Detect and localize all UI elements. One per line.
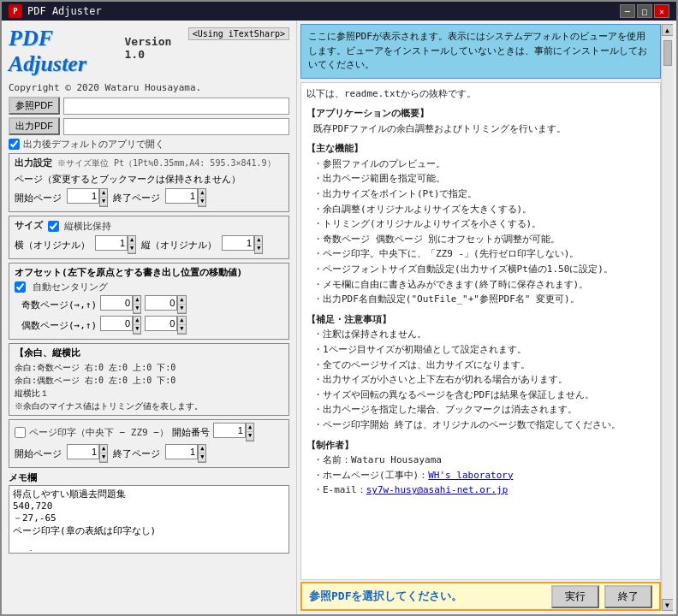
note-4: ・出力サイズが小さいと上下左右が切れる場合があります。: [313, 372, 655, 388]
width-up[interactable]: ▲: [128, 236, 135, 245]
open-after-output-checkbox[interactable]: [9, 139, 20, 150]
email-link[interactable]: sy7w-husy@asahi-net.or.jp: [366, 484, 508, 495]
odd-offset-row: 奇数ページ(→,↑) ▲ ▼ ▲ ▼: [15, 295, 283, 314]
even-offset-y-input[interactable]: [145, 316, 177, 331]
size-row: サイズ 縦横比保持: [15, 219, 283, 234]
height-spinner[interactable]: ▲ ▼: [222, 235, 263, 254]
memo-line-1: 540,720: [13, 500, 285, 512]
start-num-input[interactable]: [213, 423, 246, 438]
start-page-up[interactable]: ▲: [100, 189, 107, 198]
print-start-spinner[interactable]: ▲ ▼: [67, 444, 108, 463]
odd-offset-x-spinner[interactable]: ▲ ▼: [100, 295, 141, 314]
output-pdf-button[interactable]: 出力PDF: [9, 117, 60, 135]
width-arrows[interactable]: ▲ ▼: [128, 235, 136, 254]
height-up[interactable]: ▲: [255, 236, 262, 245]
output-pdf-row: 出力PDF: [9, 117, 289, 135]
even-offset-x-spinner[interactable]: ▲ ▼: [100, 316, 141, 335]
even-x-up[interactable]: ▲: [134, 317, 140, 325]
odd-x-up[interactable]: ▲: [134, 296, 140, 305]
right-content: ここに参照PDFが表示されます。表示にはシステムデフォルトのビューアを使用します…: [300, 24, 661, 611]
output-pdf-input[interactable]: [63, 118, 289, 135]
odd-y-down[interactable]: ▼: [178, 305, 185, 313]
end-button[interactable]: 終了: [604, 585, 652, 608]
even-x-down[interactable]: ▼: [134, 325, 140, 334]
start-num-arrows[interactable]: ▲ ▼: [246, 423, 254, 441]
print-start-up[interactable]: ▲: [100, 445, 107, 453]
right-inner: ここに参照PDFが表示されます。表示にはシステムデフォルトのビューアを使用します…: [300, 24, 673, 611]
memo-label: メモ欄: [9, 471, 289, 484]
content-area[interactable]: 以下は、readme.txtからの抜粋です。 【アプリケーションの概要】 既存P…: [300, 82, 661, 581]
note-7: ・ページ印字開始 終了は、オリジナルのページ数で指定してください。: [313, 418, 655, 433]
start-num-spinner[interactable]: ▲ ▼: [213, 423, 254, 441]
minimize-button[interactable]: ─: [620, 4, 635, 18]
odd-offset-y-input[interactable]: [145, 295, 177, 311]
open-after-output-label: 出力後デフォルトのアプリで開く: [23, 138, 164, 151]
start-page-down[interactable]: ▼: [100, 198, 107, 206]
feature-9: ・メモ欄に自由に書き込みができます(終了時に保存されます)。: [313, 277, 655, 293]
print-end-up[interactable]: ▲: [199, 445, 205, 453]
size-section: サイズ 縦横比保持 横（オリジナル） ▲ ▼ 縦（オリジナル） ▲: [9, 216, 289, 259]
width-down[interactable]: ▼: [128, 245, 135, 253]
execute-button[interactable]: 実行: [551, 585, 599, 608]
end-page-spinner[interactable]: ▲ ▼: [165, 188, 206, 207]
start-page-input[interactable]: [67, 188, 99, 204]
section-author-body: ・名前：Wataru Housayama ・ホームページ(工事中)：WH's l…: [306, 453, 655, 498]
start-num-up[interactable]: ▲: [247, 424, 253, 432]
ref-pdf-button[interactable]: 参照PDF: [9, 97, 60, 115]
odd-offset-y-arrows[interactable]: ▲ ▼: [177, 295, 186, 314]
start-num-down[interactable]: ▼: [247, 432, 253, 441]
memo-line-4: [13, 537, 285, 548]
scroll-track[interactable]: [663, 36, 673, 599]
height-down[interactable]: ▼: [255, 245, 262, 253]
print-end-arrows[interactable]: ▲ ▼: [198, 444, 206, 463]
maximize-button[interactable]: □: [637, 4, 652, 18]
page-stamp-label: ページ印字（中央下 − ZZ9 −）: [29, 426, 169, 439]
ref-pdf-input[interactable]: [63, 98, 289, 115]
print-end-spinner[interactable]: ▲ ▼: [165, 444, 206, 463]
height-input[interactable]: [222, 235, 254, 251]
even-y-up[interactable]: ▲: [178, 317, 185, 325]
end-page-down[interactable]: ▼: [199, 198, 205, 206]
window-controls[interactable]: ─ □ ✕: [620, 4, 669, 18]
even-y-down[interactable]: ▼: [178, 325, 185, 334]
odd-offset-y-spinner[interactable]: ▲ ▼: [145, 295, 186, 314]
feature-4: ・余白調整(オリジナルよりサイズを大きくする)。: [313, 202, 655, 217]
print-start-label: 開始ページ: [15, 447, 62, 460]
scroll-down-arrow[interactable]: ▼: [662, 599, 674, 611]
start-page-spinner[interactable]: ▲ ▼: [67, 188, 108, 207]
odd-offset-x-arrows[interactable]: ▲ ▼: [133, 295, 141, 314]
start-page-arrows[interactable]: ▲ ▼: [99, 188, 108, 207]
size-inputs-row: 横（オリジナル） ▲ ▼ 縦（オリジナル） ▲ ▼: [15, 235, 283, 254]
print-end-down[interactable]: ▼: [199, 453, 205, 462]
odd-x-down[interactable]: ▼: [134, 305, 140, 313]
print-start-down[interactable]: ▼: [100, 453, 107, 462]
memo-box[interactable]: 得点しやすい順過去問題集 540,720 －27,-65 ページ印字(章の表紙は…: [9, 485, 289, 554]
even-offset-y-spinner[interactable]: ▲ ▼: [145, 316, 186, 335]
even-offset-x-arrows[interactable]: ▲ ▼: [133, 316, 141, 335]
end-page-arrows[interactable]: ▲ ▼: [198, 188, 206, 207]
print-start-input[interactable]: [67, 444, 99, 459]
print-end-input[interactable]: [165, 444, 198, 459]
page-stamp-checkbox[interactable]: [15, 427, 26, 438]
even-offset-x-input[interactable]: [100, 316, 133, 331]
width-input[interactable]: [95, 235, 128, 251]
author-homepage: ・ホームページ(工事中)：WH's laboratory: [313, 468, 655, 483]
odd-y-up[interactable]: ▲: [178, 296, 185, 305]
left-panel: <Using iTextSharp> PDF Adjuster Version …: [2, 21, 297, 614]
auto-centering-checkbox[interactable]: [15, 281, 26, 293]
keep-aspect-checkbox[interactable]: [48, 221, 59, 232]
odd-offset-x-input[interactable]: [100, 295, 133, 311]
close-button[interactable]: ✕: [654, 4, 669, 18]
section-notes-heading: 【補足・注意事項】: [306, 312, 655, 328]
end-page-up[interactable]: ▲: [199, 189, 205, 198]
scroll-thumb[interactable]: [663, 40, 672, 66]
even-offset-y-arrows[interactable]: ▲ ▼: [177, 316, 186, 335]
width-spinner[interactable]: ▲ ▼: [95, 235, 136, 254]
print-start-arrows[interactable]: ▲ ▼: [99, 444, 108, 463]
height-arrows[interactable]: ▲ ▼: [254, 235, 263, 254]
scroll-up-arrow[interactable]: ▲: [662, 24, 674, 36]
section-features-body: ・参照ファイルのプレビュー。 ・出力ページ範囲を指定可能。 ・出力サイズをポイン…: [306, 157, 655, 307]
page-stamp-row: ページ印字（中央下 − ZZ9 −） 開始番号 ▲ ▼: [15, 423, 283, 441]
homepage-link[interactable]: WH's laboratory: [428, 470, 513, 481]
end-page-input[interactable]: [165, 188, 198, 204]
